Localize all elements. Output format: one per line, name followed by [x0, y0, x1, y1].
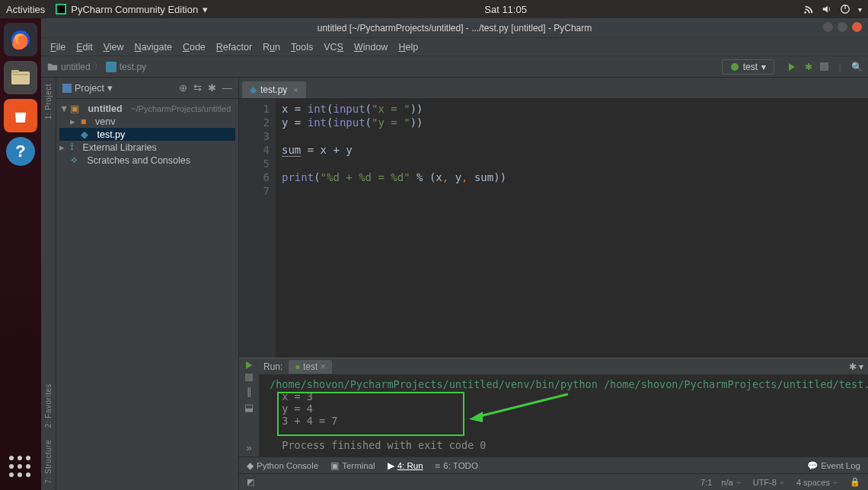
tree-file-test-py[interactable]: ◆ test.py — [59, 128, 235, 141]
menu-bar: File Edit View Navigate Code Refactor Ru… — [41, 38, 868, 56]
status-line-ending[interactable]: n/a — [721, 478, 732, 487]
menu-edit[interactable]: Edit — [76, 42, 93, 52]
menu-file[interactable]: File — [50, 42, 65, 52]
menu-help[interactable]: Help — [398, 42, 418, 52]
stop-button[interactable] — [245, 374, 253, 381]
window-maximize[interactable] — [838, 22, 847, 32]
svg-rect-1 — [57, 5, 65, 14]
svg-point-10 — [731, 63, 739, 71]
window-minimize[interactable] — [823, 22, 833, 32]
svg-rect-6 — [11, 72, 30, 84]
code-editor[interactable]: 1 2 3 4 5 6 7 x = int(input("x = ")) y =… — [239, 99, 868, 358]
window-title: untitled [~/PycharmProjects/untitled] - … — [318, 23, 592, 33]
folder-icon — [47, 62, 58, 72]
status-indent[interactable]: 4 spaces — [796, 478, 830, 487]
menu-run[interactable]: Run — [263, 42, 280, 52]
left-tool-strip: 1: Project 2: Favorites 7: Structure — [41, 78, 56, 490]
activities-button[interactable]: Activities — [6, 4, 45, 15]
pycharm-window: untitled [~/PycharmProjects/untitled] - … — [41, 18, 868, 490]
run-output[interactable]: /home/shovon/PycharmProjects/untitled/ve… — [259, 375, 868, 457]
gnome-top-bar: Activities PyCharm Community Edition ▾ S… — [0, 0, 868, 18]
tab-python-console[interactable]: ◆ Python Console — [247, 460, 318, 471]
tab-test-py[interactable]: ◆ test.py × — [242, 81, 306, 98]
launcher-apps-grid[interactable] — [5, 452, 36, 482]
svg-rect-8 — [11, 70, 19, 73]
project-toolwin-title[interactable]: Project — [75, 83, 104, 94]
down-button[interactable]: ⬓ — [244, 402, 254, 413]
event-log[interactable]: 💬 Event Log — [807, 460, 860, 471]
svg-rect-7 — [13, 74, 28, 75]
svg-marker-13 — [469, 412, 483, 422]
tool-project-tab[interactable]: 1: Project — [44, 84, 53, 119]
sep: | — [834, 62, 845, 72]
tab-terminal[interactable]: ▣ Terminal — [330, 460, 375, 471]
power-icon[interactable] — [840, 4, 850, 14]
tool-favorites-tab[interactable]: 2: Favorites — [44, 383, 53, 428]
search-everywhere-icon[interactable]: 🔍 — [851, 62, 862, 72]
clock[interactable]: Sat 11:05 — [208, 4, 803, 15]
files-icon — [10, 68, 31, 88]
menu-code[interactable]: Code — [183, 42, 206, 52]
rerun-button[interactable] — [246, 361, 252, 369]
launcher-firefox[interactable] — [4, 23, 37, 56]
status-hide-tool-windows-icon[interactable]: ◩ — [247, 477, 254, 487]
editor-gutter: 1 2 3 4 5 6 7 — [239, 99, 276, 358]
tool-structure-tab[interactable]: 7: Structure — [44, 440, 53, 484]
window-close[interactable] — [852, 22, 862, 32]
menu-window[interactable]: Window — [354, 42, 388, 52]
system-menu-chevron-icon[interactable]: ▾ — [858, 5, 862, 14]
menu-refactor[interactable]: Refactor — [216, 42, 252, 52]
volume-icon[interactable] — [822, 4, 832, 14]
menu-tools[interactable]: Tools — [291, 42, 313, 52]
run-tab-test[interactable]: ● test × — [289, 360, 331, 374]
close-icon[interactable]: × — [293, 85, 298, 94]
menu-view[interactable]: View — [104, 42, 124, 52]
status-bar: ◩ 7:1 n/a ÷ UTF-8 ÷ 4 spaces ÷ 🔒 — [239, 473, 868, 490]
shopping-bag-icon — [11, 107, 30, 125]
svg-point-2 — [804, 11, 806, 14]
pycharm-icon — [56, 4, 66, 14]
navigation-bar: untitled 〉 test.py test ▾ ✱ | 🔍 — [41, 56, 868, 78]
svg-line-12 — [477, 394, 568, 417]
hide-icon[interactable]: — — [222, 82, 232, 94]
status-cursor[interactable]: 7:1 — [700, 478, 712, 487]
svg-rect-4 — [844, 5, 845, 9]
python-file-icon — [106, 62, 116, 72]
tab-todo[interactable]: ≡ 6: TODO — [436, 461, 478, 470]
run-config-icon — [730, 62, 739, 72]
close-tool-button[interactable]: » — [246, 442, 251, 453]
question-icon: ? — [15, 142, 25, 161]
menu-vcs[interactable]: VCS — [324, 42, 343, 52]
project-tree[interactable]: ▼▣ untitled ~/PycharmProjects/untitled ▸… — [56, 99, 238, 170]
firefox-icon — [9, 28, 32, 51]
editor-tab-strip: ◆ test.py × — [239, 78, 868, 99]
launcher-files[interactable] — [4, 61, 37, 94]
editor-content[interactable]: x = int(input("x = ")) y = int(input("y … — [276, 99, 868, 358]
gear-icon[interactable]: ✱ — [208, 82, 216, 94]
gear-icon[interactable]: ✱ ▾ — [849, 361, 863, 372]
run-tool-window: ‖ ⬓ » Run: ● test × ✱ ▾ /home — [239, 358, 868, 457]
launcher-software[interactable] — [4, 99, 37, 132]
run-config-selector[interactable]: test ▾ — [722, 59, 774, 75]
breadcrumb-file[interactable]: test.py — [120, 62, 146, 72]
project-view-icon — [62, 84, 72, 93]
bottom-tool-bar: ◆ Python Console ▣ Terminal ▶ 4: Run ≡ 6… — [239, 457, 868, 473]
tab-run[interactable]: ▶ 4: Run — [388, 460, 423, 471]
launcher-help[interactable]: ? — [6, 137, 35, 166]
stop-button[interactable] — [820, 62, 828, 71]
run-button[interactable] — [787, 62, 797, 72]
scroll-from-source-icon[interactable]: ⊕ — [179, 82, 187, 94]
project-tool-window: Project ▾ ⊕ ⇆ ✱ — ▼▣ untitled ~/PycharmP… — [56, 78, 239, 490]
debug-button[interactable]: ✱ — [803, 62, 814, 72]
collapse-all-icon[interactable]: ⇆ — [193, 82, 202, 94]
lock-icon[interactable]: 🔒 — [850, 477, 860, 487]
pause-button[interactable]: ‖ — [247, 386, 252, 397]
svg-rect-11 — [62, 84, 72, 93]
status-encoding[interactable]: UTF-8 — [753, 478, 777, 487]
breadcrumb-project[interactable]: untitled — [61, 62, 91, 72]
svg-rect-9 — [106, 62, 116, 72]
network-icon[interactable] — [803, 4, 814, 14]
menu-navigate[interactable]: Navigate — [135, 42, 172, 52]
current-app[interactable]: PyCharm Community Edition ▾ — [56, 4, 208, 15]
run-toolbar: ‖ ⬓ » — [239, 358, 259, 457]
